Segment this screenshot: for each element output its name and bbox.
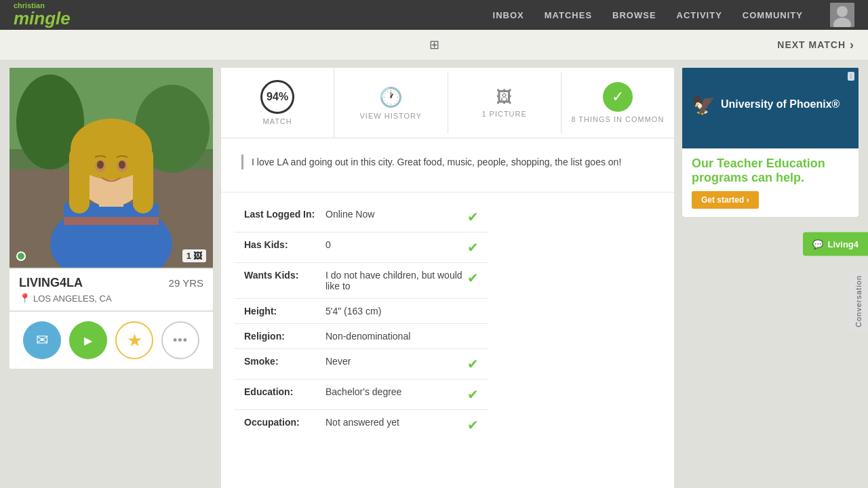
conversation-tab[interactable]: 💬 Living4 [803, 232, 868, 256]
check-icon: ✔ [467, 386, 479, 403]
common-check-icon: ✓ [603, 82, 633, 112]
mail-icon: ✉ [36, 331, 48, 349]
details-table: Last Logged In: Online Now ✔ Has Kids: 0… [235, 202, 488, 440]
detail-row: Occupation: Not answered yet ✔ [235, 410, 488, 440]
svg-rect-14 [133, 146, 153, 214]
ad-headline-line2: programs can help. [692, 171, 804, 184]
logo: christian mingle [14, 2, 71, 28]
ad-box: 🦅 University of Phoenix® Our Teacher Edu… [682, 68, 859, 217]
star-icon: ★ [127, 330, 142, 351]
ad-cta-button[interactable]: Get started › [692, 191, 759, 209]
nav-matches[interactable]: MATCHES [545, 10, 592, 20]
more-icon: ••• [173, 333, 188, 348]
picture-icon: 🖼 [496, 87, 513, 106]
ad-brand: University of Phoenix® [721, 98, 840, 110]
match-percent: 94% [267, 91, 288, 103]
video-icon: ▶ [84, 334, 92, 347]
nav-browse[interactable]: BROWSE [612, 10, 656, 20]
stat-pictures[interactable]: 🖼 1 PICTURE [448, 73, 561, 134]
history-icon: 🕐 [379, 86, 403, 108]
action-buttons: ✉ ▶ ★ ••• [9, 312, 213, 369]
detail-value: Bachelor's degree [326, 386, 467, 397]
conversation-icon: 💬 [812, 239, 823, 249]
profile-info: LIVING4LA 29 YRS 📍 LOS ANGELES, CA [9, 269, 213, 310]
pictures-label: 1 PICTURE [481, 110, 526, 118]
detail-row: Last Logged In: Online Now ✔ [235, 202, 488, 232]
detail-label: Height: [244, 306, 326, 317]
grid-icon[interactable]: ⊞ [429, 37, 439, 52]
next-match-button[interactable]: NEXT MATCH › [777, 38, 854, 52]
detail-label: Last Logged In: [244, 209, 326, 220]
user-avatar[interactable] [830, 3, 854, 27]
nav-activity[interactable]: ACTIVITY [677, 10, 722, 20]
conversation-label: Living4 [827, 239, 859, 249]
bio-section: I love LA and going out in this city. Gr… [221, 138, 674, 192]
profile-location: 📍 LOS ANGELES, CA [19, 293, 203, 304]
online-status-dot [16, 251, 26, 261]
sub-header: ⊞ NEXT MATCH › [0, 30, 868, 60]
check-icon: ✔ [467, 356, 479, 372]
profile-name-row: LIVING4LA 29 YRS [19, 276, 203, 290]
send-mail-button[interactable]: ✉ [23, 321, 61, 359]
match-circle: 94% [260, 80, 294, 114]
check-icon: ✔ [467, 209, 479, 225]
detail-value: Non-denominational [326, 331, 479, 342]
main-nav: INBOX MATCHES BROWSE ACTIVITY COMMUNITY [493, 3, 854, 27]
ad-content: Our Teacher Education programs can help.… [682, 148, 859, 217]
phoenix-icon: 🦅 [692, 94, 715, 116]
check-icon: ✔ [467, 239, 479, 256]
ad-headline: Our Teacher Education programs can help. [692, 157, 849, 186]
logo-mingle: mingle [14, 8, 71, 28]
stats-bar: 94% MATCH 🕐 VIEW HISTORY 🖼 1 PICTURE ✓ 8… [221, 68, 674, 138]
common-label: 8 THINGS IN COMMON [571, 115, 664, 123]
video-call-button[interactable]: ▶ [69, 321, 107, 359]
more-options-button[interactable]: ••• [161, 321, 199, 359]
ad-headline-line1: Our Teacher Education [692, 157, 825, 170]
check-icon: ✔ [467, 270, 479, 286]
svg-point-18 [119, 161, 125, 169]
detail-label: Occupation: [244, 417, 326, 428]
detail-row: Religion: Non-denominational [235, 324, 488, 349]
stat-history[interactable]: 🕐 VIEW HISTORY [334, 73, 448, 134]
photo-badge: 1 🖼 [182, 249, 206, 262]
next-match-label: NEXT MATCH [777, 39, 846, 50]
favorite-button[interactable]: ★ [115, 321, 153, 359]
svg-rect-13 [69, 146, 90, 214]
detail-label: Smoke: [244, 356, 326, 367]
detail-value: 5'4" (163 cm) [326, 306, 479, 317]
right-panel: 94% MATCH 🕐 VIEW HISTORY 🖼 1 PICTURE ✓ 8… [221, 68, 674, 488]
stat-match[interactable]: 94% MATCH [221, 68, 334, 138]
detail-row: Smoke: Never ✔ [235, 349, 488, 380]
photo-count-badge: 1 🖼 [182, 249, 206, 262]
detail-row: Has Kids: 0 ✔ [235, 232, 488, 263]
profile-name: LIVING4LA [19, 276, 83, 290]
conversation-sub-label: Conversation [849, 271, 868, 331]
main-content: 1 🖼 LIVING4LA 29 YRS 📍 LOS ANGELES, CA ✉… [0, 60, 868, 488]
location-pin-icon: 📍 [19, 293, 31, 304]
photo-icon: 🖼 [193, 251, 202, 261]
detail-label: Religion: [244, 331, 326, 342]
detail-row: Wants Kids: I do not have children, but … [235, 263, 488, 299]
next-match-arrow-icon: › [850, 38, 854, 52]
detail-value: I do not have children, but would like t… [326, 270, 467, 291]
details-panel: 94% MATCH 🕐 VIEW HISTORY 🖼 1 PICTURE ✓ 8… [221, 68, 674, 488]
history-label: VIEW HISTORY [360, 112, 422, 120]
detail-label: Wants Kids: [244, 270, 326, 281]
nav-community[interactable]: COMMUNITY [743, 10, 803, 20]
profile-panel: 1 🖼 LIVING4LA 29 YRS 📍 LOS ANGELES, CA ✉… [9, 68, 213, 488]
detail-value: Online Now [326, 209, 467, 220]
header: christian mingle INBOX MATCHES BROWSE AC… [0, 0, 868, 30]
stat-common[interactable]: ✓ 8 THINGS IN COMMON [561, 70, 674, 136]
ad-top: 🦅 University of Phoenix® [682, 68, 859, 148]
ad-logo-area: 🦅 University of Phoenix® [692, 94, 849, 116]
profile-age: 29 YRS [169, 277, 203, 289]
detail-value: Not answered yet [326, 417, 467, 428]
detail-label: Education: [244, 386, 326, 397]
profile-photo[interactable]: 1 🖼 [9, 68, 213, 268]
ad-panel: 🦅 University of Phoenix® Our Teacher Edu… [682, 68, 859, 488]
bio-text: I love LA and going out in this city. Gr… [241, 155, 654, 169]
location-text: LOS ANGELES, CA [33, 293, 112, 304]
svg-point-17 [97, 161, 104, 169]
detail-row: Education: Bachelor's degree ✔ [235, 380, 488, 410]
nav-inbox[interactable]: INBOX [493, 10, 524, 20]
